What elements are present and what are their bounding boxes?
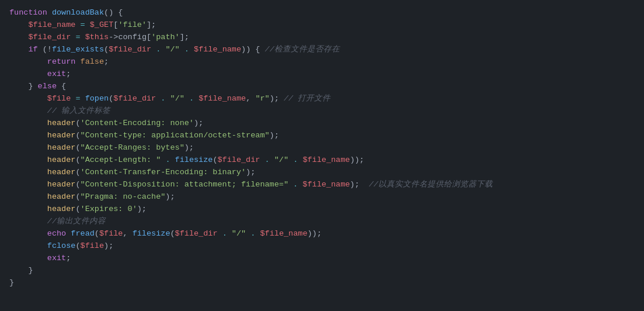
token-exit-kw: exit [47,68,66,81]
token-var: $_GET [90,19,114,32]
token-var: $file_name [302,154,350,167]
token-punctuation [246,228,250,240]
token-var: $file_name [302,179,350,191]
token-punctuation [75,56,80,68]
token-punctuation [298,154,302,167]
token-op: . [250,228,255,240]
token-header-fn: header [47,118,76,130]
token-punctuation: , [246,93,255,105]
token-bool-kw: false [81,56,105,68]
token-punctuation: { [57,81,66,93]
token-punctuation: config [118,32,147,44]
token-string: "/" [232,228,246,240]
token-fn-call: file_exists [52,44,104,56]
code-line: fclose($file); [0,240,644,253]
code-line: $file = fopen($file_dir . "/" . $file_na… [0,93,644,105]
token-punctuation [255,228,260,240]
token-string: "/" [170,93,185,105]
token-punctuation: ( [213,154,217,167]
token-punctuation [75,19,80,32]
token-string: "Accept-Ranges: bytes" [81,142,185,154]
code-line: if (!file_exists($file_dir . "/" . $file… [0,44,644,56]
token-string: "r" [255,93,269,105]
indent [9,167,47,179]
token-punctuation: ); [104,240,113,253]
token-punctuation [161,44,165,56]
code-line: $file_dir = $this->config['path']; [0,32,644,44]
token-punctuation: ( [75,154,80,167]
indent [9,203,47,216]
token-punctuation: (! [38,44,52,56]
token-punctuation: , [123,228,132,240]
token-punctuation [185,93,189,105]
token-punctuation [151,44,156,56]
token-kw-function: function [9,7,52,19]
token-var: $file_name [28,19,75,32]
token-punctuation: ); [246,167,255,179]
token-exit-kw: exit [47,253,66,265]
token-fn-call: filesize [133,228,170,240]
token-comment-cn: //输出文件内容 [47,216,106,228]
token-punctuation: ( [75,179,80,191]
code-line: } else { [0,81,644,93]
code-line: header('Expires: 0'); [0,203,644,216]
token-punctuation: ]; [147,19,156,32]
code-line: } [0,265,644,277]
token-punctuation: } [28,265,33,277]
token-op: . [185,44,189,56]
token-punctuation: ( [75,167,80,179]
token-punctuation [270,154,274,167]
code-line: $file_name = $_GET['file']; [0,19,644,32]
indent [9,56,47,68]
token-punctuation: ( [75,142,80,154]
token-punctuation: ); [270,93,284,105]
code-line: header('Content-Encoding: none'); [0,118,644,130]
token-punctuation: } [28,81,37,93]
token-string: "Content-Disposition: attachment; filena… [81,179,288,191]
token-header-fn: header [47,130,76,142]
token-string: "Accept-Length: " [81,154,161,167]
token-punctuation: () { [104,7,123,19]
token-punctuation [288,154,293,167]
token-punctuation: ]; [180,32,189,44]
token-string: 'Expires: 0' [81,203,137,216]
token-fn-call: fclose [47,240,76,253]
token-var: $file_name [199,93,246,105]
token-punctuation [288,179,293,191]
token-string: "/" [274,154,288,167]
token-var: $file_name [194,44,241,56]
token-var: $file [99,228,123,240]
token-punctuation: [ [147,32,151,44]
code-line: return false; [0,56,644,68]
token-comment-cn: // 打开文件 [284,93,330,105]
token-punctuation: ); [185,142,194,154]
token-punctuation: } [9,277,14,289]
token-punctuation [66,228,71,240]
token-kw-ctrl: else [38,81,57,93]
code-line: header('Content-Transfer-Encoding: binar… [0,167,644,179]
token-punctuation [194,93,199,105]
token-string: 'path' [151,32,180,44]
indent [9,130,47,142]
token-op: . [165,154,170,167]
token-punctuation: )); [308,228,322,240]
indent [9,179,47,191]
token-comment-cn: // 输入文件标签 [47,105,110,118]
indent [9,253,47,265]
token-fn-call: fread [71,228,95,240]
indent [9,240,47,253]
token-var: $file [81,240,105,253]
token-punctuation [161,154,165,167]
token-fn-call: filesize [175,154,213,167]
token-header-fn: header [47,203,76,216]
indent [9,191,47,203]
token-op: . [293,179,298,191]
token-punctuation [298,179,302,191]
token-punctuation: ); [194,118,203,130]
token-op: = [75,32,80,44]
code-line: echo fread($file, filesize($file_dir . "… [0,228,644,240]
token-punctuation [165,93,170,105]
token-punctuation: ; [104,56,109,68]
token-punctuation [180,44,185,56]
token-punctuation: ( [170,228,175,240]
